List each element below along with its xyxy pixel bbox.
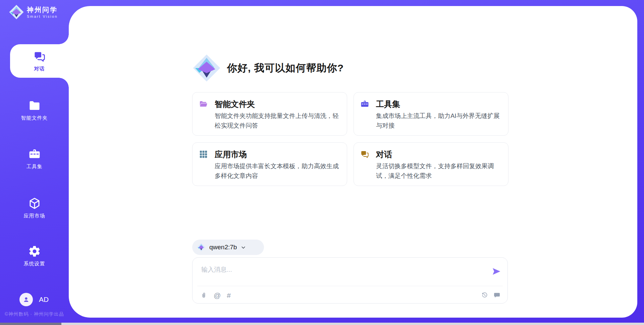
scrollbar-thumb[interactable] [0, 323, 61, 325]
sidebar-item-label: 系统设置 [24, 261, 45, 267]
message-composer: @ # [192, 257, 508, 304]
diamond-logo-icon [197, 243, 206, 252]
brand-name: 神州问学 [27, 6, 58, 13]
feature-card-chat[interactable]: 对话 灵活切换多模型文件，支持多样回复效果调试，满足个性化需求 [354, 142, 508, 186]
card-description: 集成市场上主流工具，助力AI与外界无缝扩展与对接 [376, 111, 502, 130]
user-avatar-icon [22, 296, 30, 304]
folder-icon [28, 99, 41, 112]
greeting: 你好, 我可以如何帮助你? [192, 54, 344, 82]
sidebar-item-settings[interactable]: 系统设置 [0, 245, 69, 267]
card-title: 工具集 [376, 99, 400, 110]
feature-card-toolset[interactable]: 工具集 集成市场上主流工具，助力AI与外界无缝扩展与对接 [354, 92, 508, 136]
gear-icon [28, 245, 41, 258]
sidebar-item-toolset[interactable]: 工具集 [0, 148, 69, 170]
feature-card-app-market[interactable]: 应用市场 应用市场提供丰富长文本模板，助力高效生成多样化文章内容 [192, 142, 347, 186]
diamond-logo-icon [9, 4, 24, 20]
hash-icon[interactable]: # [227, 292, 231, 299]
card-description: 智能文件夹功能支持批量文件上传与清洗，轻松实现文件问答 [215, 111, 341, 130]
sidebar-item-chat[interactable]: 对话 [10, 44, 69, 78]
card-title: 对话 [376, 149, 392, 160]
model-selector[interactable]: qwen2:7b [192, 240, 264, 255]
chat-icon [33, 50, 46, 63]
composer-divider [197, 286, 503, 286]
at-icon[interactable]: @ [214, 292, 221, 299]
brand: 神州问学 Smart Vision [9, 4, 58, 20]
avatar [19, 293, 33, 306]
composer-toolbar-right [481, 290, 501, 301]
history-icon[interactable] [481, 291, 488, 299]
card-description: 灵活切换多模型文件，支持多样回复效果调试，满足个性化需求 [376, 161, 502, 181]
send-icon[interactable] [491, 266, 501, 276]
sidebar-item-app-market[interactable]: 应用市场 [0, 197, 69, 219]
sidebar: 神州问学 Smart Vision 对话 智能文件夹 工具集 [0, 0, 69, 325]
user-profile[interactable]: AD [19, 293, 49, 306]
sidebar-item-label: 应用市场 [24, 213, 45, 219]
chat-icon [360, 150, 369, 159]
app-window: 神州问学 Smart Vision 对话 智能文件夹 工具集 [0, 0, 644, 325]
feature-card-smart-folder[interactable]: 智能文件夹 智能文件夹功能支持批量文件上传与清洗，轻松实现文件问答 [192, 92, 347, 136]
comment-icon[interactable] [493, 291, 501, 299]
diamond-logo-icon [192, 54, 221, 82]
brand-subtitle: Smart Vision [27, 14, 58, 18]
copyright-footer: ©神州数码 · 神州问学出品 [5, 311, 64, 317]
user-name: AD [39, 296, 49, 304]
sidebar-item-label: 对话 [34, 66, 45, 72]
message-input[interactable] [201, 263, 470, 276]
card-title: 智能文件夹 [215, 99, 255, 110]
horizontal-scrollbar[interactable] [0, 323, 644, 325]
cube-icon [28, 197, 41, 210]
card-title: 应用市场 [215, 149, 247, 160]
sidebar-item-label: 工具集 [26, 164, 43, 170]
open-folder-icon [199, 100, 208, 109]
greeting-text: 你好, 我可以如何帮助你? [227, 61, 344, 75]
briefcase-icon [28, 148, 41, 160]
briefcase-icon [360, 100, 369, 109]
grid-icon [199, 150, 208, 159]
composer-toolbar-left: @ # [201, 290, 231, 301]
sidebar-item-label: 智能文件夹 [21, 115, 48, 121]
card-description: 应用市场提供丰富长文本模板，助力高效生成多样化文章内容 [215, 161, 341, 181]
main-panel: 你好, 我可以如何帮助你? 智能文件夹 智能文件夹功能支持批量文件上传与清洗，轻… [69, 6, 637, 318]
chevron-down-icon [240, 245, 246, 250]
sidebar-item-smart-folder[interactable]: 智能文件夹 [0, 99, 69, 121]
paperclip-icon[interactable] [201, 292, 208, 299]
model-name: qwen2:7b [209, 244, 237, 251]
